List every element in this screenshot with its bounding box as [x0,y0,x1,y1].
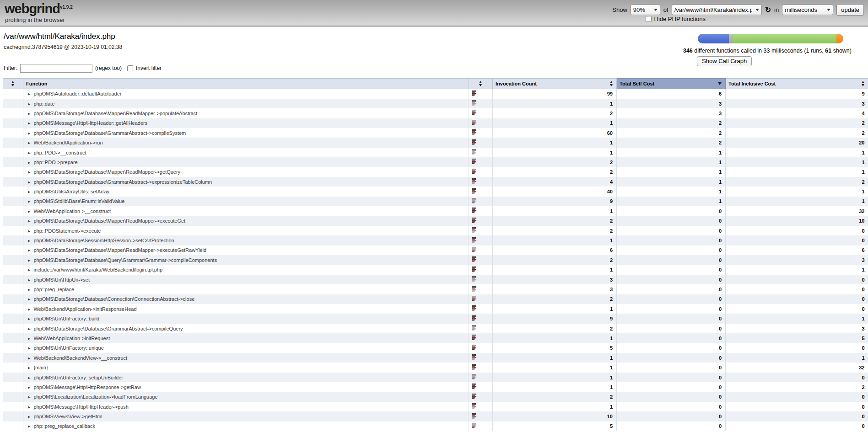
source-icon[interactable] [472,317,477,322]
expand-arrow-icon[interactable]: ▶ [28,239,30,243]
function-name[interactable]: phpOMS\Message\Http\HttpHeader::getAllHe… [33,120,147,126]
source-icon[interactable] [472,248,477,254]
source-icon[interactable] [472,199,477,205]
function-name[interactable]: phpOMS\DataStorage\Database\Connection\C… [33,296,194,302]
expand-arrow-icon[interactable]: ▶ [28,259,30,262]
file-select[interactable]: /var/www/html/Karaka/index.php [672,5,762,15]
function-name[interactable]: phpOMS\Stdlib\Base\Enum::isValidValue [33,198,124,204]
expand-arrow-icon[interactable]: ▶ [28,386,30,389]
source-icon[interactable] [472,170,477,176]
expand-arrow-icon[interactable]: ▶ [28,327,30,331]
invert-filter-checkbox[interactable] [127,65,133,71]
source-icon[interactable] [472,405,477,410]
expand-arrow-icon[interactable]: ▶ [28,210,30,213]
function-name[interactable]: phpOMS\DataStorage\Database\GrammarAbstr… [33,130,186,136]
function-name[interactable]: phpOMS\DataStorage\Database\GrammarAbstr… [33,179,212,185]
expand-arrow-icon[interactable]: ▶ [28,219,30,223]
function-name[interactable]: phpOMS\DataStorage\Database\Mapper\ReadM… [33,247,206,253]
expand-arrow-icon[interactable]: ▶ [28,425,30,428]
expand-arrow-icon[interactable]: ▶ [28,395,30,399]
function-name[interactable]: include::/var/www/html/Karaka/Web/Backen… [33,267,162,272]
expand-arrow-icon[interactable]: ▶ [28,298,30,301]
function-name[interactable]: Web\Backend\BackendView->__construct [33,355,127,361]
function-name[interactable]: phpOMS\Uri\UriFactory::unique [33,345,103,351]
source-icon[interactable] [472,366,477,371]
source-icon[interactable] [472,258,477,263]
expand-arrow-icon[interactable]: ▶ [28,92,30,96]
column-header-color[interactable] [3,79,23,89]
source-icon[interactable] [472,150,477,156]
column-header-total-self-cost[interactable]: Total Self Cost [617,79,726,89]
source-icon[interactable] [472,209,477,214]
function-name[interactable]: phpOMS\Utils\ArrayUtils::setArray [33,189,109,194]
source-icon[interactable] [472,307,477,312]
expand-arrow-icon[interactable]: ▶ [28,181,30,184]
source-icon[interactable] [472,111,477,117]
source-icon[interactable] [472,141,477,146]
source-icon[interactable] [472,346,477,352]
hide-php-checkbox[interactable] [646,16,652,22]
column-header-source[interactable] [469,79,493,89]
source-icon[interactable] [472,395,477,400]
source-icon[interactable] [472,180,477,185]
expand-arrow-icon[interactable]: ▶ [28,288,30,292]
source-icon[interactable] [472,356,477,361]
function-name[interactable]: php::PDOStatement->execute [33,228,101,234]
expand-arrow-icon[interactable]: ▶ [28,415,30,419]
expand-arrow-icon[interactable]: ▶ [28,171,30,174]
percent-select[interactable]: 90% [631,5,660,15]
function-name[interactable]: phpOMS\Autoloader::defaultAutoloader [33,91,121,96]
function-name[interactable]: phpOMS\Message\Http\HttpHeader->push [33,404,129,410]
expand-arrow-icon[interactable]: ▶ [28,405,30,409]
function-name[interactable]: phpOMS\Uri\UriFactory::setupUriBuilder [33,375,123,380]
refresh-icon[interactable]: ↻ [765,6,771,14]
expand-arrow-icon[interactable]: ▶ [28,200,30,203]
source-icon[interactable] [472,121,477,127]
source-icon[interactable] [472,385,477,390]
expand-arrow-icon[interactable]: ▶ [28,190,30,194]
expand-arrow-icon[interactable]: ▶ [28,122,30,125]
function-name[interactable]: php::PDO->prepare [33,160,77,165]
update-button[interactable]: update [836,4,864,16]
function-name[interactable]: phpOMS\DataStorage\Database\Mapper\ReadM… [33,169,180,175]
source-icon[interactable] [472,160,477,165]
unit-select[interactable]: milliseconds [782,5,833,15]
function-name[interactable]: phpOMS\Localization\Localization->loadFr… [33,394,157,400]
function-name[interactable]: phpOMS\DataStorage\Session\HttpSession->… [33,238,174,243]
function-name[interactable]: phpOMS\Views\View->getHtml [33,414,102,419]
function-name[interactable]: phpOMS\Message\Http\HttpResponse->getRaw [33,384,140,390]
source-icon[interactable] [472,424,477,430]
expand-arrow-icon[interactable]: ▶ [28,112,30,116]
expand-arrow-icon[interactable]: ▶ [28,308,30,311]
source-icon[interactable] [472,326,477,332]
source-icon[interactable] [472,277,477,283]
source-icon[interactable] [472,239,477,244]
function-name[interactable]: phpOMS\DataStorage\Database\GrammarAbstr… [33,326,183,331]
source-icon[interactable] [472,375,477,381]
expand-arrow-icon[interactable]: ▶ [28,229,30,233]
function-name[interactable]: Web\WebApplication->initRequest [33,336,110,341]
source-icon[interactable] [472,190,477,195]
function-name[interactable]: phpOMS\DataStorage\Database\Mapper\ReadM… [33,111,197,116]
expand-arrow-icon[interactable]: ▶ [28,132,30,135]
show-call-graph-button[interactable]: Show Call Graph [697,56,752,66]
function-name[interactable]: php::date [33,101,54,107]
filter-input[interactable] [20,64,92,73]
expand-arrow-icon[interactable]: ▶ [28,357,30,360]
source-icon[interactable] [472,219,477,224]
column-header-function[interactable]: Function [23,79,469,89]
expand-arrow-icon[interactable]: ▶ [28,317,30,321]
function-name[interactable]: Web\WebApplication->__construct [33,208,111,214]
expand-arrow-icon[interactable]: ▶ [28,278,30,282]
source-icon[interactable] [472,101,477,107]
expand-arrow-icon[interactable]: ▶ [28,151,30,155]
function-name[interactable]: Web\Backend\Application->run [33,140,102,145]
expand-arrow-icon[interactable]: ▶ [28,366,30,370]
expand-arrow-icon[interactable]: ▶ [28,249,30,252]
expand-arrow-icon[interactable]: ▶ [28,337,30,341]
column-header-invocation-count[interactable]: Invocation Count [493,79,617,89]
source-icon[interactable] [472,92,477,97]
source-icon[interactable] [472,336,477,341]
source-icon[interactable] [472,268,477,273]
function-name[interactable]: Web\Backend\Application->initResponseHea… [33,306,136,312]
